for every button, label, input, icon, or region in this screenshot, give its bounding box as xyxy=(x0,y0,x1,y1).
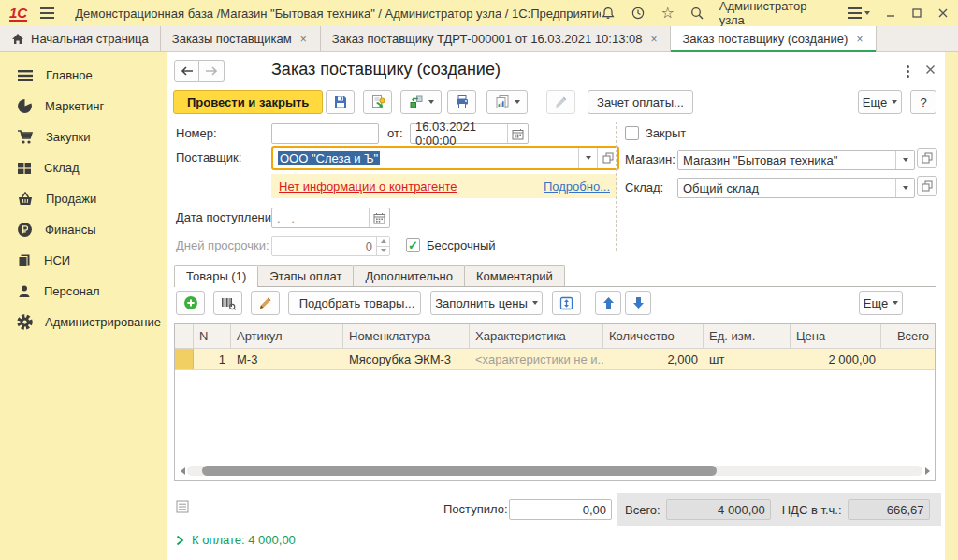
cell-n[interactable]: 1 xyxy=(194,349,231,369)
back-button[interactable] xyxy=(174,60,199,82)
column-header[interactable]: Артикул xyxy=(231,324,343,348)
fill-prices-button[interactable]: Заполнить цены xyxy=(430,291,543,315)
sidebar-item-nsi[interactable]: НСИ xyxy=(0,245,167,276)
maximize-icon[interactable] xyxy=(911,7,922,19)
notifications-bell-icon[interactable] xyxy=(601,6,616,21)
tab-home[interactable]: Начальная страница xyxy=(0,26,161,51)
stepper-arrows[interactable] xyxy=(376,237,389,255)
user-menu-icon[interactable] xyxy=(848,7,870,19)
edit-button[interactable] xyxy=(546,90,575,114)
edit-row-button[interactable] xyxy=(251,291,280,315)
main-menu-icon[interactable] xyxy=(40,7,54,19)
fit-height-button[interactable] xyxy=(552,291,581,315)
offset-payment-button[interactable]: Зачет оплаты... xyxy=(588,90,693,114)
store-dropdown-icon[interactable] xyxy=(895,151,914,169)
closed-checkbox[interactable] xyxy=(625,126,639,140)
warehouse-dropdown-icon[interactable] xyxy=(895,179,914,197)
sidebar-item-warehouse[interactable]: Склад xyxy=(0,152,167,183)
sidebar-item-administration[interactable]: Администрирование xyxy=(0,307,167,337)
supplier-open-icon[interactable] xyxy=(597,148,617,168)
scroll-right-icon[interactable] xyxy=(922,467,932,475)
number-input[interactable] xyxy=(271,123,379,144)
current-user-label[interactable]: Администратор узла xyxy=(719,0,833,27)
cell-characteristic[interactable]: <характеристики не и... xyxy=(470,349,603,369)
tab-additional[interactable]: Дополнительно xyxy=(353,265,465,286)
column-header[interactable]: Всего xyxy=(881,324,935,348)
sidebar-item-sales[interactable]: Продажи xyxy=(0,183,167,214)
cell-article[interactable]: М-3 xyxy=(231,349,343,369)
search-icon[interactable] xyxy=(689,6,704,21)
pick-goods-button[interactable]: Подобрать товары... xyxy=(288,291,421,315)
1c-logo[interactable]: 1С xyxy=(9,6,27,22)
sidebar-item-purchases[interactable]: Закупки xyxy=(0,122,167,152)
to-pay-expander[interactable]: К оплате: 4 000,00 xyxy=(176,533,296,547)
date-input[interactable]: 16.03.2021 0:00:00 xyxy=(410,123,529,144)
termless-checkbox[interactable]: ✓ xyxy=(406,238,420,252)
tab-close-icon[interactable]: × xyxy=(854,32,864,47)
cell-price[interactable]: 2 000,00 xyxy=(791,349,881,369)
scroll-left-icon[interactable] xyxy=(178,467,187,475)
received-input[interactable]: 0,00 xyxy=(509,499,612,520)
tab-payment-stages[interactable]: Этапы оплат xyxy=(257,265,354,286)
forward-button[interactable] xyxy=(199,60,225,82)
more-button[interactable]: Еще xyxy=(858,90,902,114)
tab-comment[interactable]: Комментарий xyxy=(464,265,565,286)
list-settings-icon[interactable] xyxy=(176,500,189,516)
favorites-star-icon[interactable]: ☆ xyxy=(660,6,674,21)
calendar-icon[interactable] xyxy=(369,208,389,227)
add-row-button[interactable] xyxy=(176,291,205,315)
cell-total[interactable] xyxy=(881,349,935,369)
overdue-days-stepper[interactable]: 0 xyxy=(271,236,390,256)
tab-supplier-orders-list[interactable]: Заказы поставщикам × xyxy=(161,26,321,51)
tab-supplier-order-new[interactable]: Заказ поставщику (создание) × xyxy=(671,26,877,51)
supplier-dropdown-icon[interactable] xyxy=(578,148,597,168)
calendar-icon[interactable] xyxy=(507,124,528,143)
save-button[interactable] xyxy=(326,90,355,114)
warehouse-open-icon[interactable] xyxy=(917,176,937,196)
sidebar-item-finance[interactable]: Финансы xyxy=(0,214,167,245)
warning-link[interactable]: Нет информации о контрагенте xyxy=(279,179,457,194)
column-header[interactable]: Характеристика xyxy=(470,324,603,348)
create-based-on-button[interactable] xyxy=(400,90,442,114)
tab-supplier-order-posted[interactable]: Заказ поставщику ТДРТ-000001 от 16.03.20… xyxy=(321,26,672,51)
supplier-combo[interactable]: ООО "Слеза и Ъ" xyxy=(271,146,619,170)
post-document-button[interactable] xyxy=(363,90,392,114)
post-and-close-button[interactable]: Провести и закрыть xyxy=(173,90,323,114)
tab-close-icon[interactable]: × xyxy=(648,32,659,47)
sidebar-item-main[interactable]: Главное xyxy=(0,60,167,91)
barcode-scan-button[interactable] xyxy=(213,291,242,315)
reports-button[interactable] xyxy=(486,90,528,114)
scrollbar-thumb[interactable] xyxy=(202,466,717,476)
fill-prices-label: Заполнить цены xyxy=(435,296,527,310)
cell-nomenclature[interactable]: Мясорубка ЭКМ-3 xyxy=(343,349,470,369)
sidebar-item-personnel[interactable]: Персонал xyxy=(0,276,167,307)
print-button[interactable] xyxy=(447,90,476,114)
receipt-date-input[interactable]: . . xyxy=(271,208,390,228)
minimize-icon[interactable] xyxy=(885,7,896,19)
warehouse-combo[interactable]: Общий склад xyxy=(677,178,915,198)
tab-goods[interactable]: Товары (1) xyxy=(174,265,258,286)
store-open-icon[interactable] xyxy=(917,148,937,168)
horizontal-scrollbar[interactable] xyxy=(178,465,932,477)
column-header[interactable]: N xyxy=(194,324,231,348)
close-form-icon[interactable] xyxy=(921,60,939,79)
store-combo[interactable]: Магазин "Бытовая техника" xyxy=(677,150,915,170)
move-down-button[interactable] xyxy=(625,291,651,315)
goods-more-button[interactable]: Еще xyxy=(859,291,903,315)
move-up-button[interactable] xyxy=(595,291,621,315)
close-window-icon[interactable] xyxy=(937,7,949,19)
column-header[interactable]: Количество xyxy=(603,324,704,348)
tab-close-icon[interactable]: × xyxy=(298,32,309,47)
cell-quantity[interactable]: 2,000 xyxy=(603,349,704,369)
table-row[interactable]: 1 М-3 Мясорубка ЭКМ-3 <характеристики не… xyxy=(175,349,935,370)
column-header[interactable]: Номенклатура xyxy=(343,324,470,348)
column-header[interactable]: Ед. изм. xyxy=(704,324,791,348)
sidebar-item-marketing[interactable]: Маркетинг xyxy=(0,91,167,122)
scrollbar-track[interactable] xyxy=(187,466,922,476)
more-dots-icon[interactable] xyxy=(898,62,917,80)
help-button[interactable]: ? xyxy=(910,90,936,114)
cell-unit[interactable]: шт xyxy=(704,349,791,369)
column-header[interactable]: Цена xyxy=(791,324,881,348)
details-link[interactable]: Подробно... xyxy=(544,179,610,194)
history-clock-icon[interactable] xyxy=(631,6,646,21)
